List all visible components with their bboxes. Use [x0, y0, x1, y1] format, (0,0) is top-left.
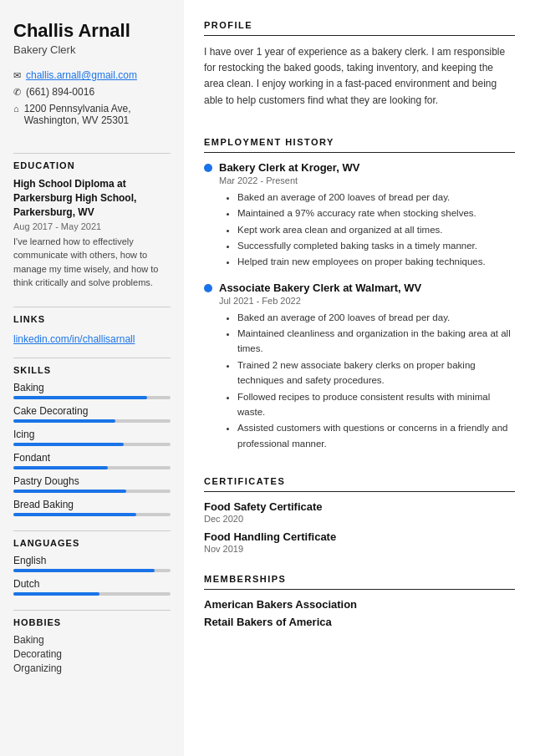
skill-item: Fondant — [13, 452, 171, 469]
language-label: Dutch — [13, 578, 171, 590]
phone-item: ✆ (661) 894-0016 — [13, 86, 171, 98]
memberships-section: Memberships American Bakers AssociationR… — [204, 574, 515, 633]
memberships-heading: Memberships — [204, 574, 515, 584]
bullet-item: Maintained a 97% accuracy rate when stoc… — [237, 205, 515, 221]
hobbies-list: BakingDecoratingOrganizing — [13, 634, 171, 677]
language-bar-bg — [13, 569, 171, 572]
skill-label: Cake Decorating — [13, 405, 171, 417]
location-icon: ⌂ — [13, 104, 19, 114]
skill-bar-bg — [13, 490, 171, 493]
jobs-list: Bakery Clerk at Kroger, WV Mar 2022 - Pr… — [204, 161, 515, 451]
hobby-item: Decorating — [13, 648, 171, 660]
employment-divider — [204, 152, 515, 153]
certificates-divider — [204, 491, 515, 492]
language-item: Dutch — [13, 578, 171, 596]
education-degree: High School Diploma at Parkersburg High … — [13, 177, 171, 219]
job-header: Bakery Clerk at Kroger, WV — [204, 161, 515, 174]
job-bullets: Baked an average of 200 loaves of bread … — [227, 190, 515, 270]
job-bullets: Baked an average of 200 loaves of bread … — [227, 310, 515, 452]
employment-heading: Employment History — [204, 137, 515, 147]
skill-bar-fill — [13, 419, 115, 423]
profile-divider — [204, 35, 515, 36]
education-divider — [13, 153, 171, 154]
certificates-section: Certificates Food Safety Certificate Dec… — [204, 476, 515, 561]
language-label: English — [13, 555, 171, 566]
sidebar: Challis Arnall Bakery Clerk ✉ challis.ar… — [0, 0, 184, 756]
phone-number: (661) 894-0016 — [26, 86, 94, 98]
language-bar-fill — [13, 569, 155, 572]
skill-label: Bread Baking — [13, 499, 171, 510]
job-title: Associate Bakery Clerk at Walmart, WV — [219, 282, 421, 294]
hobby-item: Baking — [13, 634, 171, 646]
skill-item: Icing — [13, 429, 171, 446]
education-description: I've learned how to effectively communic… — [13, 235, 171, 290]
hobbies-heading: Hobbies — [13, 617, 171, 627]
skill-item: Bread Baking — [13, 499, 171, 516]
memberships-list: American Bakers AssociationRetail Bakers… — [204, 598, 515, 628]
bullet-item: Assisted customers with questions or con… — [237, 420, 515, 451]
languages-heading: Languages — [13, 538, 171, 548]
skills-list: Baking Cake Decorating Icing Fondant Pas… — [13, 382, 171, 522]
skill-bar-bg — [13, 466, 171, 469]
skill-bar-fill — [13, 443, 124, 446]
resume-container: Challis Arnall Bakery Clerk ✉ challis.ar… — [0, 0, 535, 756]
bullet-item: Successfully completed baking tasks in a… — [237, 238, 515, 253]
links-block: linkedin.com/in/challisarnall — [13, 331, 171, 346]
job-dot — [204, 164, 212, 172]
education-heading: Education — [13, 160, 171, 170]
job-title: Bakery Clerk at Kroger, WV — [219, 161, 359, 174]
certificate-date: Dec 2020 — [204, 514, 515, 524]
skill-bar-bg — [13, 419, 171, 423]
skill-label: Pastry Doughs — [13, 475, 171, 487]
membership-item: Retail Bakers of America — [204, 616, 515, 628]
skill-item: Baking — [13, 382, 171, 399]
skill-label: Baking — [13, 382, 171, 393]
certificate-name: Food Handling Certificate — [204, 530, 515, 543]
email-item: ✉ challis.arnall@gmail.com — [13, 69, 171, 81]
candidate-title: Bakery Clerk — [13, 43, 171, 56]
main-content: Profile I have over 1 year of experience… — [184, 0, 535, 756]
skill-bar-bg — [13, 396, 171, 399]
job-date: Jul 2021 - Feb 2022 — [219, 296, 515, 306]
skill-bar-fill — [13, 513, 136, 516]
linkedin-link[interactable]: linkedin.com/in/challisarnall — [13, 333, 135, 345]
hobby-item: Organizing — [13, 662, 171, 674]
skills-heading: Skills — [13, 365, 171, 375]
job-header: Associate Bakery Clerk at Walmart, WV — [204, 282, 515, 294]
job-dot — [204, 284, 212, 292]
bullet-item: Baked an average of 200 loaves of bread … — [237, 190, 515, 205]
profile-text: I have over 1 year of experience as a ba… — [204, 44, 515, 109]
candidate-name: Challis Arnall — [13, 20, 171, 42]
membership-item: American Bakers Association — [204, 598, 515, 611]
certificate-block: Food Safety Certificate Dec 2020 — [204, 500, 515, 524]
email-link[interactable]: challis.arnall@gmail.com — [26, 69, 137, 81]
profile-heading: Profile — [204, 20, 515, 30]
address-item: ⌂ 1200 Pennsylvania Ave, Washington, WV … — [13, 103, 171, 126]
certificates-heading: Certificates — [204, 476, 515, 486]
language-bar-fill — [13, 592, 99, 596]
skill-bar-bg — [13, 443, 171, 446]
languages-divider — [13, 530, 171, 531]
languages-list: English Dutch — [13, 555, 171, 601]
bullet-item: Kept work area clean and organized at al… — [237, 222, 515, 237]
skill-label: Fondant — [13, 452, 171, 464]
hobbies-divider — [13, 610, 171, 611]
skill-bar-fill — [13, 490, 126, 493]
bullet-item: Helped train new employees on proper bak… — [237, 254, 515, 269]
contact-block: ✉ challis.arnall@gmail.com ✆ (661) 894-0… — [13, 69, 171, 131]
education-date: Aug 2017 - May 2021 — [13, 221, 171, 231]
skill-bar-fill — [13, 466, 108, 469]
certificate-date: Nov 2019 — [204, 544, 515, 554]
email-icon: ✉ — [13, 70, 21, 81]
job-date: Mar 2022 - Present — [219, 175, 515, 185]
links-divider — [13, 307, 171, 307]
certificate-name: Food Safety Certificate — [204, 500, 515, 513]
bullet-item: Maintained cleanliness and organization … — [237, 326, 515, 357]
skill-bar-bg — [13, 513, 171, 516]
language-item: English — [13, 555, 171, 572]
address-text: 1200 Pennsylvania Ave, Washington, WV 25… — [24, 103, 171, 126]
job-block: Associate Bakery Clerk at Walmart, WV Ju… — [204, 282, 515, 452]
skills-divider — [13, 358, 171, 358]
certificates-list: Food Safety Certificate Dec 2020 Food Ha… — [204, 500, 515, 554]
language-bar-bg — [13, 592, 171, 596]
